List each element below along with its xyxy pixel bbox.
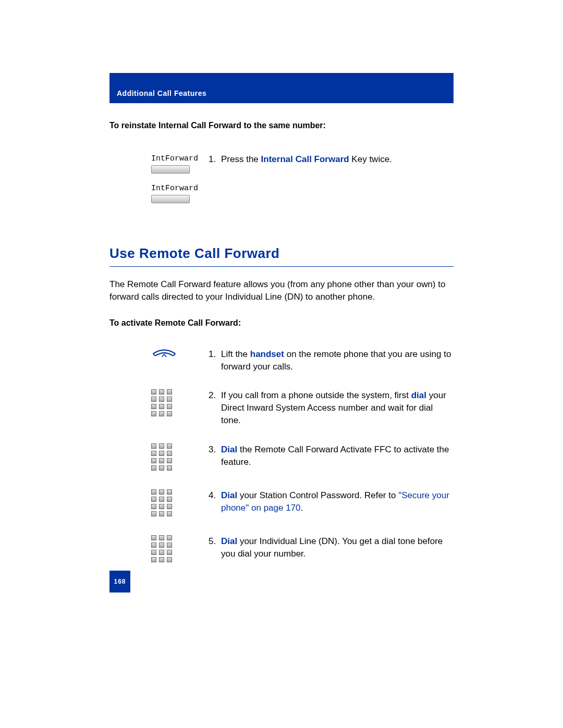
section-title-reinstate: To reinstate Internal Call Forward to th…: [109, 120, 454, 131]
step-body: Press the Internal Call Forward Key twic…: [221, 153, 454, 166]
icon-col: [109, 489, 209, 519]
keypad-icon: [151, 535, 172, 564]
reinstate-step-1: IntForward IntForward 1. Press the Inter…: [109, 153, 454, 213]
term-handset: handset: [250, 349, 284, 359]
softkey-group: IntForward IntForward: [109, 153, 209, 213]
term-dial: Dial: [221, 445, 237, 454]
step-number: 1.: [209, 153, 221, 166]
term-dial: dial: [411, 390, 426, 400]
step-number: 3.: [209, 443, 221, 468]
step-body: If you call from a phone outside the sys…: [221, 389, 454, 426]
step-number: 5.: [209, 535, 221, 560]
header-title: Additional Call Features: [117, 89, 206, 99]
icon-col: [109, 389, 209, 418]
intro-paragraph: The Remote Call Forward feature allows y…: [109, 278, 454, 303]
text: If you call from a phone outside the sys…: [221, 390, 411, 400]
step-text: 1. Lift the handset on the remote phone …: [209, 348, 454, 373]
heading-use-remote-call-forward: Use Remote Call Forward: [109, 244, 454, 266]
step-text: 4. Dial your Station Control Password. R…: [209, 489, 454, 514]
text: Lift the: [221, 349, 250, 359]
key-name: Internal Call Forward: [261, 154, 349, 164]
activate-step-1: 1. Lift the handset on the remote phone …: [109, 348, 454, 373]
activate-step-2: 2. If you call from a phone outside the …: [109, 389, 454, 426]
step-text: 3. Dial the Remote Call Forward Activate…: [209, 443, 454, 468]
step-number: 4.: [209, 489, 221, 514]
text: Press the: [221, 154, 261, 164]
step-body: Lift the handset on the remote phone tha…: [221, 348, 454, 373]
step-body: Dial your Individual Line (DN). You get …: [221, 535, 454, 560]
softkey-button-icon: [151, 195, 190, 203]
step-text: 2. If you call from a phone outside the …: [209, 389, 454, 426]
icon-col: [109, 348, 209, 361]
keypad-icon: [151, 443, 172, 473]
text: the Remote Call Forward Activate FFC to …: [221, 445, 449, 467]
page-number-box: 168: [109, 571, 130, 593]
softkey-label: IntForward: [151, 153, 198, 164]
softkey-label: IntForward: [151, 183, 198, 194]
term-dial: Dial: [221, 490, 237, 500]
step-text: 5. Dial your Individual Line (DN). You g…: [209, 535, 454, 560]
icon-col: [109, 443, 209, 473]
section-title-activate: To activate Remote Call Forward:: [109, 317, 454, 329]
icon-col: [109, 535, 209, 564]
text: .: [301, 503, 303, 513]
step-text: 1. Press the Internal Call Forward Key t…: [209, 153, 454, 166]
step-body: Dial your Station Control Password. Refe…: [221, 489, 454, 514]
step-body: Dial the Remote Call Forward Activate FF…: [221, 443, 454, 468]
softkey-button-icon: [151, 165, 190, 174]
activate-steps: 1. Lift the handset on the remote phone …: [109, 348, 454, 564]
text: your Individual Line (DN). You get a dia…: [221, 536, 443, 559]
activate-step-5: 5. Dial your Individual Line (DN). You g…: [109, 535, 454, 564]
activate-step-3: 3. Dial the Remote Call Forward Activate…: [109, 443, 454, 473]
step-number: 1.: [209, 348, 221, 373]
term-dial: Dial: [221, 536, 237, 546]
page-number: 168: [114, 577, 126, 586]
activate-step-4: 4. Dial your Station Control Password. R…: [109, 489, 454, 519]
header-bar: Additional Call Features: [109, 73, 454, 103]
text: your Station Control Password. Refer to: [237, 490, 398, 500]
keypad-icon: [151, 489, 172, 519]
step-number: 2.: [209, 389, 221, 426]
text: Key twice.: [349, 154, 392, 164]
handset-icon: [151, 348, 177, 361]
keypad-icon: [151, 389, 172, 418]
document-page: Additional Call Features To reinstate In…: [109, 73, 454, 564]
